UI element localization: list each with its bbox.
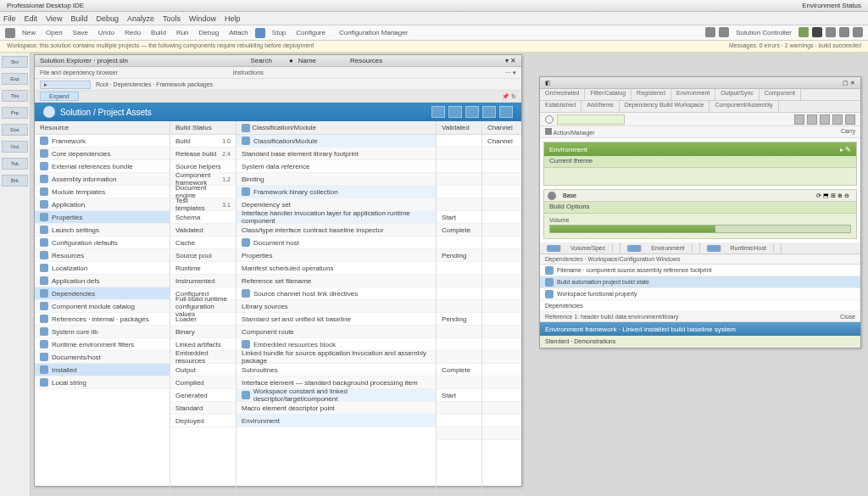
tb-new[interactable]: New bbox=[19, 27, 39, 38]
rtab2-comp[interactable]: Component/Assembly bbox=[709, 101, 778, 112]
tb-open[interactable]: Open bbox=[42, 27, 66, 38]
rtab2-established[interactable]: Established bbox=[540, 101, 581, 112]
rtab2-depbuild[interactable]: Dependency Build Workspace bbox=[620, 101, 710, 112]
menu-edit[interactable]: Edit bbox=[25, 14, 38, 23]
module-row[interactable]: Source channel host link directives bbox=[236, 287, 436, 300]
module-row[interactable]: Interface handler invocation layer for a… bbox=[236, 211, 436, 224]
status-row[interactable]: Schema bbox=[170, 211, 236, 224]
mtab-volume[interactable]: Volume/Spec bbox=[540, 242, 620, 254]
rtab-component[interactable]: Component bbox=[760, 89, 801, 100]
tree-row[interactable]: Application defs bbox=[35, 275, 170, 287]
tree-row[interactable]: Module templates bbox=[35, 186, 170, 198]
explorer-tab-name[interactable]: Name bbox=[298, 57, 316, 64]
rail-server[interactable]: Srv bbox=[2, 56, 28, 68]
mtab-env[interactable]: Environment bbox=[620, 242, 699, 254]
status-row[interactable]: Test templates3.1 bbox=[170, 198, 236, 211]
dep-row-1[interactable]: Build automation project build state bbox=[540, 276, 860, 288]
menu-window[interactable]: Window bbox=[189, 14, 216, 23]
tree-row[interactable]: Documents/host bbox=[35, 351, 170, 364]
rail-documents[interactable]: Doc bbox=[2, 124, 28, 136]
rail-breakpoints[interactable]: Brk bbox=[2, 175, 28, 187]
module-row[interactable]: Standard set and unified kit baseline bbox=[236, 313, 436, 326]
tree-row[interactable]: References · internal · packages bbox=[35, 313, 170, 326]
menu-analyze[interactable]: Analyze bbox=[127, 14, 154, 23]
module-row[interactable]: Subroutines bbox=[236, 364, 436, 376]
module-row[interactable]: Manifest scheduled operations bbox=[236, 262, 436, 275]
status-row[interactable]: Output bbox=[170, 364, 236, 376]
rail-explorer[interactable]: Exp bbox=[2, 73, 28, 85]
tb-save[interactable]: Save bbox=[70, 27, 92, 38]
tool-icon-5[interactable] bbox=[845, 114, 855, 125]
env-blue-header[interactable]: Environment framework · Linked installed… bbox=[540, 322, 860, 336]
refresh-icon[interactable] bbox=[705, 27, 715, 37]
status-row[interactable]: Build1.0 bbox=[170, 135, 236, 148]
explorer-search-label[interactable]: Search bbox=[251, 57, 272, 64]
close-icon[interactable]: ▢ ✕ bbox=[843, 80, 855, 86]
tb-right-label[interactable]: Solution Controller bbox=[732, 27, 795, 38]
search-icon[interactable] bbox=[545, 115, 554, 124]
tool-icon-1[interactable] bbox=[794, 114, 804, 125]
tree-row[interactable]: Core dependencies bbox=[35, 148, 170, 160]
rtab2-add[interactable]: Add/Items bbox=[581, 101, 620, 112]
module-row[interactable]: Environment bbox=[236, 415, 436, 427]
tb-build[interactable]: Build bbox=[147, 27, 170, 38]
crumb-chip[interactable]: ▸ bbox=[40, 81, 91, 89]
mtab-runtime[interactable]: Runtime/Host bbox=[700, 242, 782, 254]
tb-run[interactable]: Run bbox=[173, 27, 192, 38]
right-win-header[interactable]: ◧▢ ✕ bbox=[540, 77, 860, 89]
menu-help[interactable]: Help bbox=[225, 14, 241, 23]
status-row[interactable]: Instrumented bbox=[170, 275, 236, 287]
tree-row[interactable]: Properties bbox=[35, 211, 170, 224]
status-row[interactable]: Release build2.4 bbox=[170, 148, 236, 160]
tool-icon-3[interactable] bbox=[820, 114, 830, 125]
tree-row[interactable]: Local string bbox=[35, 376, 170, 389]
hdr-icon-4[interactable] bbox=[482, 106, 496, 118]
gear-icon[interactable] bbox=[812, 27, 822, 37]
rtab-orchestrated[interactable]: Orchestrated bbox=[540, 89, 585, 100]
explorer-title[interactable]: Solution Explorer · project.sln Search ●… bbox=[35, 55, 521, 67]
env-row-0[interactable]: Standard · Demonstrations bbox=[540, 336, 860, 348]
tb-config[interactable]: Configure bbox=[292, 27, 329, 38]
tree-row[interactable]: Localization bbox=[35, 262, 170, 275]
module-row[interactable]: Macro element descriptor point bbox=[236, 402, 436, 415]
tree-row[interactable]: External references bundle bbox=[35, 160, 170, 173]
tool-icon-4[interactable] bbox=[832, 114, 843, 125]
dep-row-2[interactable]: Workspace functional property bbox=[540, 288, 860, 300]
module-row[interactable]: Framework binary collection bbox=[236, 186, 436, 198]
module-row[interactable]: Class/type interface contract baseline i… bbox=[236, 224, 436, 237]
settings-icon[interactable] bbox=[719, 27, 729, 37]
status-row[interactable]: Deployed bbox=[170, 415, 236, 427]
expand-button[interactable]: Expand bbox=[40, 92, 79, 101]
explorer-tab-resources[interactable]: Resources bbox=[350, 57, 382, 64]
hdr-icon-2[interactable] bbox=[448, 106, 462, 118]
menu-build[interactable]: Build bbox=[70, 14, 87, 23]
tree-row[interactable]: Configuration defaults bbox=[35, 237, 170, 249]
tb-attach[interactable]: Attach bbox=[225, 27, 252, 38]
tb-undo[interactable]: Undo bbox=[95, 27, 118, 38]
rail-tasks[interactable]: Tsk bbox=[2, 158, 28, 170]
tree-row[interactable]: System core lib bbox=[35, 326, 170, 338]
module-row[interactable]: Workspace constant and linked descriptor… bbox=[236, 389, 436, 402]
rail-properties[interactable]: Prp bbox=[2, 107, 28, 119]
tree-row[interactable]: Application bbox=[35, 198, 170, 211]
play-icon[interactable] bbox=[255, 28, 265, 38]
tree-row[interactable]: Component module catalog bbox=[35, 300, 170, 313]
g2-search-icon[interactable] bbox=[548, 192, 556, 200]
tree-row[interactable]: Launch settings bbox=[35, 224, 170, 237]
tb-redo[interactable]: Redo bbox=[121, 27, 144, 38]
hdr-icon-3[interactable] bbox=[465, 106, 479, 118]
options-icon[interactable]: ⋯ ▾ bbox=[505, 70, 516, 76]
tree-row[interactable]: Resources bbox=[35, 249, 170, 262]
rtab-filter[interactable]: Filter/Catalog bbox=[585, 89, 632, 100]
status-row[interactable]: Compiled bbox=[170, 376, 236, 389]
rail-toolbox[interactable]: Tbx bbox=[2, 90, 28, 102]
tree-row[interactable]: Framework bbox=[35, 135, 170, 148]
dep-row-3[interactable]: Dependencies bbox=[540, 300, 860, 312]
menu-debug[interactable]: Debug bbox=[96, 14, 119, 23]
module-row[interactable]: Standard base element library footprint bbox=[236, 148, 436, 160]
module-row[interactable]: System data reference bbox=[236, 160, 436, 173]
rtab-registered[interactable]: Registered bbox=[632, 89, 671, 100]
expand-icon[interactable] bbox=[853, 27, 863, 37]
new-icon[interactable] bbox=[5, 28, 15, 38]
module-row[interactable]: Linked bundle for source application inv… bbox=[236, 351, 436, 364]
